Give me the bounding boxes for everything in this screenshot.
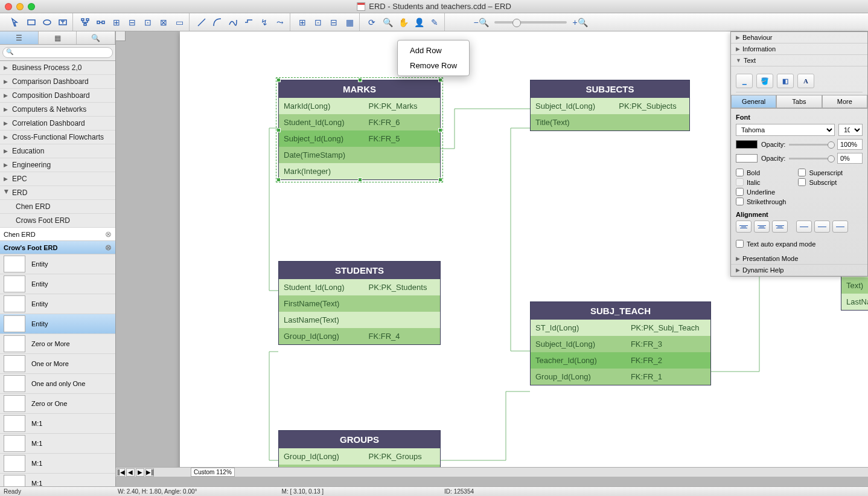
valign-top-button[interactable] [796,221,812,233]
behaviour-section[interactable]: ▶Behaviour [731,32,867,43]
shape-palette-item[interactable]: Entity [0,254,115,274]
strikethrough-checkbox[interactable] [736,198,744,205]
tree-item[interactable]: ▶Cross-Functional Flowcharts [0,130,115,144]
erd-column-row[interactable]: Subject_Id(Long)FK:FR_3 [531,336,710,352]
align-left-button[interactable] [736,221,752,233]
library-open-tab[interactable]: Chen ERD⊗ [0,228,115,241]
information-section[interactable]: ▶Information [731,43,867,55]
zoom-slider[interactable] [494,21,567,24]
shape-palette-item[interactable]: M:1 [0,454,115,474]
tree-item-child[interactable]: Crows Foot ERD [0,214,115,228]
shape-palette-item[interactable]: M:1 [0,414,115,434]
presentation-tool[interactable]: 👤 [412,16,426,29]
minimize-window-button[interactable] [16,3,24,10]
erd-column-row[interactable]: Group_Id(Long)FK:FR_1 [531,369,710,385]
zoom-out-button[interactable]: −🔍 [474,16,488,29]
tree-item[interactable]: ▶Composition Dashboard [0,89,115,103]
shape-palette-item[interactable]: M:1 [0,474,115,486]
erd-column-row[interactable]: Date(TimeStamp) [279,147,440,163]
close-icon[interactable]: ⊗ [105,230,112,239]
zoom-in-button[interactable]: +🔍 [573,16,587,29]
close-icon[interactable]: ⊗ [105,243,112,252]
erd-table-students[interactable]: STUDENTS Student_Id(Long)PK:PK_StudentsF… [278,261,441,345]
text-opacity-value[interactable] [837,139,863,150]
bg-opacity-value[interactable] [837,153,863,164]
tree-item[interactable]: ▶Engineering [0,158,115,172]
library-search-tab[interactable]: 🔍 [77,31,115,44]
valign-middle-button[interactable] [814,221,830,233]
erd-column-row[interactable]: Student_Id(Long)PK:PK_Students [279,279,440,295]
ellipse-tool[interactable] [40,16,54,29]
pan-tool[interactable]: ✋ [396,16,410,29]
erd-column-row[interactable]: Subject_Id(Long)FK:FR_5 [279,130,440,147]
align-center-button[interactable] [754,221,770,233]
first-page-button[interactable]: ‖◀ [116,468,125,477]
text-opacity-slider[interactable]: .slider::after{left:calc(100% - 10px);} [789,144,834,146]
erd-column-row[interactable]: FirstName(Text) [279,295,440,312]
erd-column-row[interactable]: LastName(Text) [279,312,440,328]
tabs-subtab[interactable]: Tabs [776,95,822,108]
group-tool[interactable]: ▭ [172,16,187,29]
text-color-swatch[interactable] [736,140,758,149]
context-menu-remove-row[interactable]: Remove Row [398,58,469,73]
shape-palette-item[interactable]: Entity [0,314,115,334]
font-size-select[interactable]: 10 [838,124,863,136]
highlighter-tool[interactable]: ✎ [427,16,442,29]
distribute-v-tool[interactable]: ⊠ [156,16,171,29]
align-right-button[interactable] [772,221,788,233]
bold-checkbox[interactable] [736,169,744,176]
dynamic-help-section[interactable]: ▶Dynamic Help [731,265,867,276]
tree-item[interactable]: ▶Comparison Dashboard [0,75,115,89]
tree-item[interactable]: ▶Computers & Networks [0,103,115,117]
refresh-tool[interactable]: ⟳ [365,16,379,29]
shape-palette-item[interactable]: One or More [0,354,115,374]
snap-guide-tool[interactable]: ⊡ [311,16,325,29]
font-family-select[interactable]: Tahoma [736,124,835,136]
erd-column-row[interactable]: Teacher_Id(Long)FK:FR_2 [531,352,710,369]
fill-style-button[interactable]: 🪣 [756,74,773,88]
tree-item[interactable]: ▶ERD [0,186,115,200]
library-open-tab[interactable]: Crow's Foot ERD⊗ [0,241,115,254]
erd-column-row[interactable]: Subject_Id(Long)PK:PK_Subjects [531,98,689,114]
tree-item[interactable]: ▶EPC [0,172,115,186]
context-menu-add-row[interactable]: Add Row [398,43,469,58]
arc-tool[interactable] [210,16,225,29]
erd-column-row[interactable]: LastName(Text) [841,294,868,310]
erd-column-row[interactable]: ST_Id(Long)PK:PK_Subj_Teach [531,320,710,336]
horizontal-scroll-bar[interactable]: ‖◀ ◀ ▶ ▶‖ Custom 112% [116,467,868,477]
shape-palette-item[interactable]: Zero or More [0,334,115,354]
auto-expand-checkbox[interactable] [736,240,744,248]
last-page-button[interactable]: ▶‖ [145,468,154,477]
erd-column-row[interactable]: MarkId(Long)PK:PK_Marks [279,98,440,114]
rectangle-tool[interactable] [24,16,39,29]
shape-palette-item[interactable]: M:1 [0,434,115,454]
shadow-style-button[interactable]: ◧ [777,74,794,88]
library-tree-tab[interactable]: ☰ [0,31,39,44]
pointer-tool[interactable] [8,16,23,29]
zoom-level-display[interactable]: Custom 112% [191,468,235,477]
subscript-checkbox[interactable] [798,178,806,186]
bg-color-swatch[interactable] [736,154,758,163]
tree-item[interactable]: ▶Business Process 2,0 [0,61,115,75]
shape-palette-item[interactable]: Zero or One [0,394,115,414]
shape-palette-item[interactable]: Entity [0,274,115,294]
library-grid-tab[interactable]: ▦ [39,31,77,44]
connector-tool[interactable] [241,16,256,29]
align-top-tool[interactable]: ⊟ [125,16,139,29]
erd-column-row[interactable]: Title(Text) [531,114,689,130]
underline-style-button[interactable]: ⎯ [736,74,753,88]
snap-object-tool[interactable]: ⊟ [327,16,341,29]
text-section[interactable]: ▼Text [731,55,867,66]
erd-column-row[interactable]: Group_Id(Long)PK:PK_Groups [279,448,440,465]
close-window-button[interactable] [5,3,12,10]
tree-item-child[interactable]: Chen ERD [0,200,115,214]
next-page-button[interactable]: ▶ [136,468,144,477]
snap-grid-tool[interactable]: ⊞ [295,16,310,29]
valign-bottom-button[interactable] [832,221,848,233]
tree-tool[interactable] [78,16,92,29]
erd-table-subjects[interactable]: SUBJECTS Subject_Id(Long)PK:PK_SubjectsT… [530,80,690,131]
smart-connector-tool[interactable]: ↯ [257,16,272,29]
spline-tool[interactable] [226,16,240,29]
erd-column-row[interactable]: Group_Id(Long)FK:FR_4 [279,328,440,344]
shape-palette-item[interactable]: One and only One [0,374,115,394]
